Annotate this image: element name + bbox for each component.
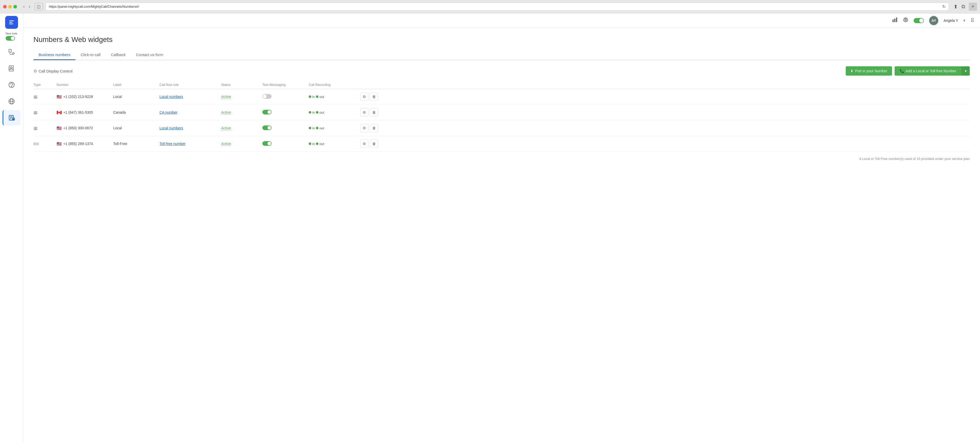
page-title: Numbers & Web widgets: [33, 35, 970, 44]
svg-rect-21: [894, 19, 896, 22]
back-button[interactable]: ‹: [22, 3, 26, 10]
browser-chrome: ‹ › ◫ https://panel.mightycall.com/Might…: [0, 0, 980, 13]
sidebar-item-contacts[interactable]: [3, 61, 21, 76]
add-tab-button[interactable]: +: [969, 3, 977, 11]
fullscreen-button[interactable]: [13, 5, 17, 8]
close-button[interactable]: [3, 5, 7, 8]
row2-delete-button[interactable]: 🗑: [370, 108, 378, 116]
row2-actions: ⚙ 🗑: [360, 108, 381, 116]
row4-type: 800: [33, 142, 57, 146]
row2-text-messaging-toggle[interactable]: [262, 110, 272, 114]
toolbar: ⚙ Call Display Control ⬇ Port in your Nu…: [33, 66, 970, 76]
row2-call-flow-link[interactable]: CA number: [159, 110, 178, 114]
row4-label: Toll-Free: [113, 142, 159, 146]
tab-click-to-call[interactable]: Click-to-call: [75, 50, 106, 60]
keypad-icon[interactable]: ⠿: [970, 17, 975, 24]
row3-label: Local: [113, 126, 159, 130]
col-call-flow: Call flow rule: [159, 83, 221, 87]
add-number-button[interactable]: 📞 Add a Local or Toll-free Number: [895, 66, 961, 76]
svg-rect-22: [896, 17, 897, 22]
dot-in: [309, 95, 311, 98]
sidebar-item-phone[interactable]: [3, 44, 21, 60]
sidebar-item-web[interactable]: [3, 94, 21, 109]
dot-out: [316, 127, 318, 129]
table-header: Type Number Label Call flow rule Status …: [33, 81, 970, 89]
share-button[interactable]: ⬆: [953, 3, 958, 10]
svg-point-5: [10, 67, 12, 69]
new-tab-button[interactable]: ⧉: [961, 3, 965, 10]
flag-ca: 🇨🇦: [57, 110, 62, 115]
svg-text:#: #: [13, 119, 14, 120]
tab-callback[interactable]: Callback: [106, 50, 131, 60]
row4-settings-button[interactable]: ⚙: [360, 140, 368, 148]
svg-point-3: [12, 53, 14, 54]
dot-out: [316, 143, 318, 145]
row2-status[interactable]: Active: [221, 110, 231, 115]
row1-settings-button[interactable]: ⚙: [360, 92, 368, 101]
row3-status[interactable]: Active: [221, 126, 231, 130]
row2-number: 🇨🇦 +1 (647) 361-5305: [57, 110, 113, 115]
row4-text-messaging-toggle[interactable]: [262, 141, 272, 146]
nav-buttons: ‹ ›: [22, 3, 32, 10]
row3-text-messaging-toggle[interactable]: [262, 125, 272, 130]
rec-in-label: in: [312, 111, 315, 114]
add-number-dropdown[interactable]: ▾: [961, 66, 970, 76]
number-value: +1 (650) 300-0672: [63, 126, 93, 130]
building-icon: 🏢: [33, 95, 38, 99]
user-name[interactable]: Angela Y: [943, 19, 958, 23]
row3-actions: ⚙ 🗑: [360, 124, 381, 132]
dot-in: [309, 111, 311, 114]
footer-note: 4 Local or Toll Free number(s) used of 1…: [33, 157, 970, 161]
rec-out-label: out: [320, 142, 324, 146]
gear-icon: ⚙: [33, 69, 37, 73]
row4-recording: in out: [309, 142, 360, 146]
toolbar-buttons: ⬇ Port in your Number 📞 Add a Local or T…: [846, 66, 970, 76]
minimize-button[interactable]: [8, 5, 12, 8]
traffic-lights: [3, 5, 17, 8]
call-display-label: Call Display Control: [38, 69, 73, 73]
call-display-control[interactable]: ⚙ Call Display Control: [33, 69, 73, 73]
row3-call-flow-link[interactable]: Local numbers: [159, 126, 183, 130]
svg-rect-4: [9, 66, 13, 71]
port-number-label: Port in your Number: [855, 69, 887, 73]
row1-text-messaging-toggle[interactable]: [262, 94, 272, 99]
row1-delete-button[interactable]: 🗑: [370, 92, 378, 101]
row1-label: Local: [113, 95, 159, 99]
address-bar[interactable]: https://panel.mightycall.com/MightyCall/…: [46, 3, 949, 11]
row3-settings-button[interactable]: ⚙: [360, 124, 368, 132]
new-look-toggle[interactable]: [6, 36, 15, 41]
sidebar-item-numbers[interactable]: #: [3, 110, 21, 125]
row1-status[interactable]: Active: [221, 95, 231, 99]
row3-delete-button[interactable]: 🗑: [370, 124, 378, 132]
add-number-label: Add a Local or Toll-free Number: [906, 69, 956, 73]
main-content: Numbers & Web widgets Business numbers C…: [23, 28, 980, 443]
number-value: +1 (332) 213-9228: [63, 95, 93, 99]
row4-call-flow-link[interactable]: Toll-free number: [159, 142, 185, 146]
col-type: Type: [33, 83, 57, 87]
sidebar-item-support[interactable]: [3, 77, 21, 92]
user-dropdown-arrow[interactable]: ▾: [963, 18, 965, 23]
avatar[interactable]: AY: [929, 16, 938, 25]
url-text: https://panel.mightycall.com/MightyCall/…: [49, 5, 139, 8]
tab-contact-us-form[interactable]: Contact us form: [130, 50, 168, 60]
reload-button[interactable]: ↻: [942, 4, 945, 9]
dot-in: [309, 143, 311, 145]
settings-icon[interactable]: [903, 17, 908, 24]
table-row: 🏢 🇺🇸 +1 (332) 213-9228 Local Local numbe…: [33, 89, 970, 105]
number-value: +1 (647) 361-5305: [63, 110, 93, 114]
port-number-button[interactable]: ⬇ Port in your Number: [846, 66, 892, 76]
stats-icon[interactable]: [892, 17, 898, 24]
forward-button[interactable]: ›: [27, 3, 32, 10]
row2-settings-button[interactable]: ⚙: [360, 108, 368, 116]
row1-call-flow-link[interactable]: Local numbers: [159, 95, 183, 99]
row4-delete-button[interactable]: 🗑: [370, 140, 378, 148]
row4-status[interactable]: Active: [221, 142, 231, 146]
layout-button[interactable]: ◫: [35, 3, 43, 10]
svg-point-23: [905, 19, 907, 21]
tab-business-numbers[interactable]: Business numbers: [33, 50, 75, 60]
tabs: Business numbers Click-to-call Callback …: [33, 50, 970, 60]
availability-toggle[interactable]: [914, 18, 924, 23]
row1-type: 🏢: [33, 95, 57, 99]
col-text-messaging: Text Messaging: [262, 83, 309, 87]
rec-in-label: in: [312, 142, 315, 146]
